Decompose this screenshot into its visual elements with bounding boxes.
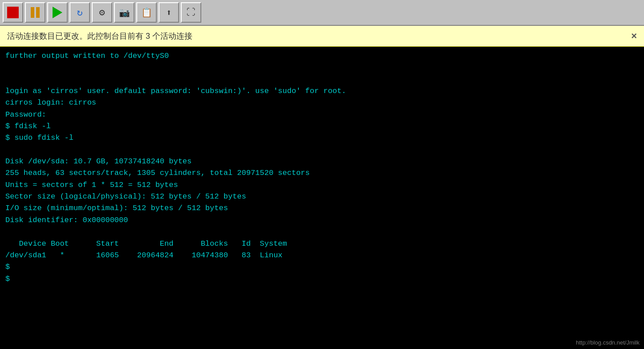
terminal-line: /dev/sda1 * 16065 20964824 10474380 83 L… [5,250,639,261]
notification-bar: 活动连接数目已更改。此控制台目前有 3 个活动连接 × [0,26,644,47]
terminal-output: further output written to /dev/ttyS0 log… [5,50,639,285]
send-button[interactable]: ⬆ [159,2,179,23]
terminal-line [5,74,639,85]
terminal-line: Disk /dev/sda: 10.7 GB, 10737418240 byte… [5,156,639,167]
gear-icon: ⚙ [99,7,105,19]
terminal-line [5,226,639,238]
terminal-line: Device Boot Start End Blocks Id System [5,238,639,250]
terminal-line: $ sudo fdisk -l [5,132,639,144]
fullscreen-button[interactable]: ⛶ [181,2,201,23]
terminal-line: login as 'cirros' user. default password… [5,85,639,97]
watermark: http://blog.csdn.net/Jmilk [576,339,640,346]
terminal-line [5,62,639,73]
notification-close-button[interactable]: × [631,30,637,42]
terminal-line: further output written to /dev/ttyS0 [5,50,639,62]
refresh-button[interactable]: ↻ [69,2,90,23]
terminal-line: $ fdisk -l [5,121,639,132]
refresh-icon: ↻ [77,7,82,19]
terminal-line: 255 heads, 63 sectors/track, 1305 cylind… [5,167,639,179]
toolbar: ↻ ⚙ 📷 📋 ⬆ ⛶ [0,0,644,26]
play-button[interactable] [47,2,68,23]
stop-button[interactable] [3,2,23,23]
terminal-line [5,144,639,156]
terminal-line: Password: [5,109,639,121]
screenshot-icon: 📷 [119,7,130,18]
send-icon: ⬆ [166,7,171,18]
stop-icon [7,7,19,18]
terminal-line: Disk identifier: 0x00000000 [5,215,639,226]
settings-button[interactable]: ⚙ [92,2,112,23]
terminal-line: Units = sectors of 1 * 512 = 512 bytes [5,179,639,191]
terminal[interactable]: further output written to /dev/ttyS0 log… [0,47,644,349]
clipboard-button[interactable]: 📋 [136,2,157,23]
fullscreen-icon: ⛶ [187,7,196,18]
terminal-line: I/O size (minimum/optimal): 512 bytes / … [5,203,639,214]
terminal-line: cirros login: cirros [5,97,639,109]
clipboard-icon: 📋 [141,7,152,18]
terminal-line: $ [5,261,639,273]
pause-icon [31,7,40,18]
play-icon [53,7,62,18]
notification-text: 活动连接数目已更改。此控制台目前有 3 个活动连接 [7,31,192,41]
pause-button[interactable] [25,2,45,23]
screenshot-button[interactable]: 📷 [114,2,135,23]
terminal-line: Sector size (logical/physical): 512 byte… [5,191,639,203]
terminal-line: $ [5,273,639,285]
